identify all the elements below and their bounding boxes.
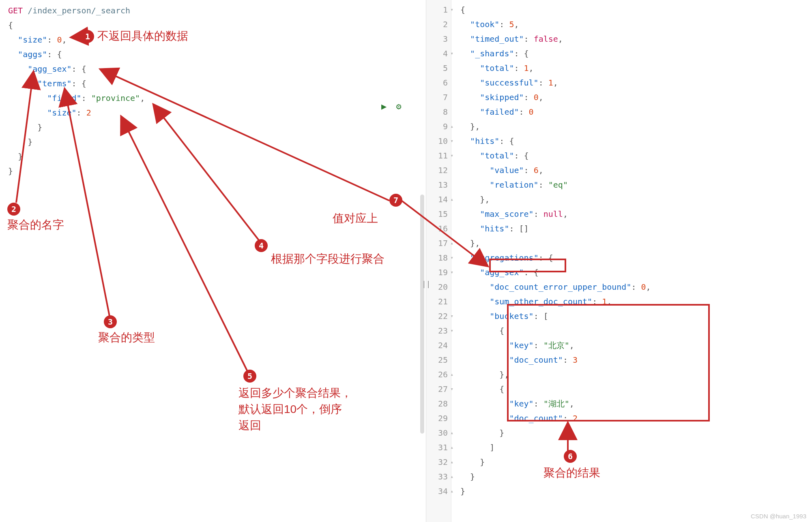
annotation-badge-1: 1: [81, 30, 94, 43]
highlight-box-aggsex: [489, 259, 566, 272]
line-gutter: 1234 5678 9101112 13141516 17181920 2122…: [426, 0, 451, 522]
highlight-box-buckets: [507, 304, 710, 421]
annotation-label-1: 不返回具体的数据: [97, 28, 188, 44]
annotation-badge-6: 6: [564, 450, 577, 463]
pane-divider-handle[interactable]: ||: [422, 280, 431, 288]
annotation-badge-2: 2: [7, 203, 20, 216]
request-actions: ▶ ⚙: [381, 101, 406, 111]
editor-split-view: GET /index_person/_search { "size": 0, "…: [0, 0, 812, 522]
annotation-label-4: 根据那个字段进行聚合: [271, 251, 385, 267]
annotation-badge-5: 5: [243, 370, 256, 383]
annotation-label-3: 聚合的类型: [98, 330, 155, 345]
request-editor[interactable]: GET /index_person/_search { "size": 0, "…: [5, 3, 426, 178]
annotation-label-5: 返回多少个聚合结果， 默认返回10个，倒序 返回: [238, 385, 352, 434]
watermark: CSDN @huan_1993: [751, 513, 806, 520]
scrollbar[interactable]: [420, 195, 424, 434]
response-pane: 1234 5678 9101112 13141516 17181920 2122…: [426, 0, 812, 522]
annotation-badge-7: 7: [389, 194, 402, 207]
annotation-label-7: 值对应上: [333, 211, 378, 226]
request-path: /index_person/_search: [28, 6, 130, 15]
annotation-label-6: 聚合的结果: [543, 465, 600, 481]
annotation-badge-4: 4: [255, 239, 268, 252]
http-method: GET: [8, 6, 23, 15]
annotation-label-2: 聚合的名字: [7, 217, 64, 233]
run-icon[interactable]: ▶: [381, 101, 387, 111]
wrench-icon[interactable]: ⚙: [396, 101, 402, 111]
annotation-badge-3: 3: [104, 315, 117, 328]
